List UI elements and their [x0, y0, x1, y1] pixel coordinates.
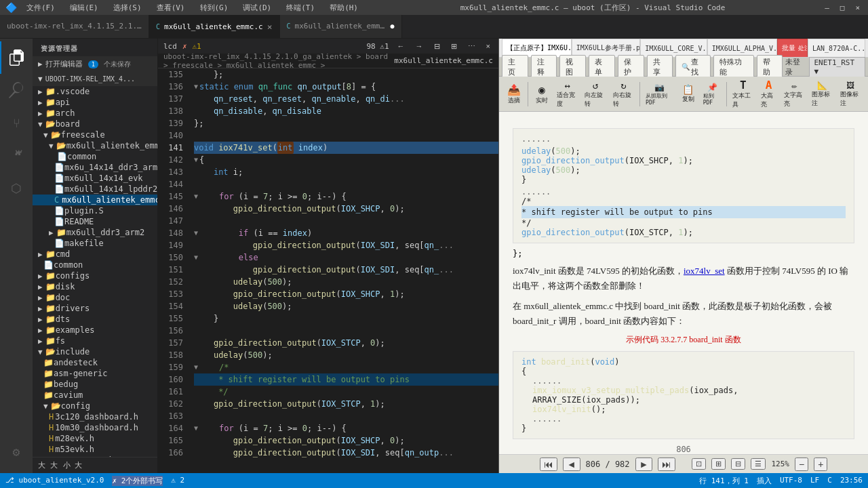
small-font-label[interactable]: 小 大 — [63, 460, 83, 470]
git-activity-icon[interactable]: ⑂ — [0, 106, 33, 139]
tree-disk[interactable]: ▶ 📁 disk — [33, 281, 157, 292]
status-branch[interactable]: ⎇ uboot_alientek_v2.0 — [5, 476, 104, 486]
tree-drivers[interactable]: ▶ 📁 drivers — [33, 303, 157, 314]
prev-button[interactable]: ← — [395, 42, 408, 50]
status-language[interactable]: C — [827, 476, 832, 486]
tree-dts[interactable]: ▶ 📁 dts — [33, 314, 157, 325]
tree-include[interactable]: ▼ 📂 include — [33, 346, 157, 357]
tab-main-file[interactable]: C mx6ull_alientek_emmc.c × — [149, 15, 280, 38]
close-editor-button[interactable]: × — [484, 42, 493, 50]
pdf-zoom-actual[interactable]: ⊞ — [711, 458, 726, 470]
pdf-next-page-btn[interactable]: ► — [635, 458, 653, 471]
tree-andesteck[interactable]: 📁 andesteck — [33, 357, 157, 368]
collapse-148[interactable]: ▼ — [194, 227, 198, 239]
tree-common[interactable]: 📄 common — [33, 151, 157, 162]
pdf-menu-table[interactable]: 表单 — [589, 55, 615, 79]
pdf-last-page-btn[interactable]: ⏭ — [658, 458, 675, 471]
debug-activity-icon[interactable] — [0, 139, 33, 171]
status-insert[interactable]: 插入 — [757, 476, 772, 486]
collapse-159[interactable]: ▼ — [194, 361, 198, 373]
next-button[interactable]: → — [413, 42, 426, 50]
project-section[interactable]: ▼ UBOOT-IMX-REL_IMX_4... — [33, 72, 157, 86]
tree-mx6ull-emmc[interactable]: ▼ 📂 mx6ull_alientek_emmc — [33, 140, 157, 151]
status-eol[interactable]: LF — [810, 476, 819, 486]
tree-board[interactable]: ▼ 📂 board — [33, 119, 157, 129]
tree-doc[interactable]: ▶ 📁 doc — [33, 292, 157, 303]
pdf-menu-share[interactable]: 共享 — [647, 55, 673, 79]
tree-3c120[interactable]: H 3c120_dashboard.h — [33, 411, 157, 422]
pdf-link-iox74lv-set[interactable]: iox74lv_set — [684, 266, 725, 276]
tab-close-icon[interactable]: × — [267, 22, 273, 32]
open-editors-section[interactable]: ▶ 打开编辑器 1 个未保存 — [33, 56, 157, 72]
pdf-content[interactable]: ...... udelay(500); gpio_direction_outpu… — [499, 112, 868, 454]
pdf-btn-highlight-big[interactable]: A 大高亮 — [758, 77, 780, 110]
minimize-button[interactable]: — — [822, 3, 832, 12]
pdf-zoom-out-btn[interactable]: − — [795, 458, 808, 471]
pdf-prev-page-btn[interactable]: ◄ — [563, 458, 580, 471]
tree-ddr3-arm2[interactable]: ▶ 📁 mx6ull_ddr3_arm2 — [33, 227, 157, 238]
tree-main-c[interactable]: C mx6ull_alientek_emmc.c — [33, 195, 157, 205]
status-encoding[interactable]: UTF-8 — [780, 476, 802, 486]
pdf-menu-protect[interactable]: 保护 — [618, 55, 644, 79]
tree-bedug[interactable]: 📁 bedug — [33, 379, 157, 390]
tree-10m30[interactable]: H 10m30_dashboard.h — [33, 422, 157, 433]
close-button[interactable]: × — [852, 3, 863, 12]
tree-m53evk[interactable]: H m53evk.h — [33, 444, 157, 455]
tree-freescale[interactable]: ▼ 📂 freescale — [33, 129, 157, 140]
pdf-first-page-btn[interactable]: ⏮ — [540, 458, 557, 471]
pdf-btn-fit-width[interactable]: ↔ 适合宽度 — [554, 79, 580, 110]
pdf-zoom-fit[interactable]: ⊡ — [692, 458, 706, 470]
extensions-activity-icon[interactable]: ⬡ — [0, 171, 33, 204]
menu-terminal[interactable]: 终端(T) — [281, 1, 320, 14]
pdf-btn-image[interactable]: 🖼 图像标注 — [837, 79, 864, 109]
tree-cmd[interactable]: ▶ 📁 cmd — [33, 249, 157, 260]
pdf-btn-text[interactable]: T 文本工具 — [730, 77, 756, 110]
pdf-btn-rotate-left[interactable]: ↺ 向左旋转 — [582, 79, 608, 110]
code-lines[interactable]: }; ▼ static enum qn_func qn_output[8] = … — [189, 68, 498, 473]
code-editor[interactable]: 135 136 137 138 139 140 141 142 143 144 … — [158, 68, 498, 473]
pdf-menu-view[interactable]: 视图 — [559, 55, 586, 79]
menu-select[interactable]: 选择(S) — [108, 1, 147, 14]
menu-file[interactable]: 文件(F) — [21, 1, 60, 14]
pdf-btn-figure[interactable]: 📐 图形标注 — [809, 79, 835, 109]
tab-file2[interactable]: C mx6ull_alientek_emmc.c ● — [280, 15, 402, 38]
tab-uboot[interactable]: uboot-imx-rel_imx_4.1.15_2.1.0_ga_alient… — [0, 15, 149, 38]
search-activity-icon[interactable] — [0, 74, 33, 106]
pdf-zoom-in-btn[interactable]: + — [814, 458, 827, 471]
pdf-menu-main[interactable]: 主页 — [502, 55, 528, 79]
pdf-view-mode-btn[interactable]: ☰ — [751, 458, 766, 470]
menu-edit[interactable]: 编辑(E) — [64, 1, 104, 14]
explorer-icon[interactable] — [0, 41, 33, 74]
expand-button[interactable]: ⊞ — [448, 42, 460, 51]
tree-arch[interactable]: ▶ 📁 arch — [33, 108, 157, 119]
tree-configs[interactable]: ▶ 📁 configs — [33, 270, 157, 281]
pdf-btn-copy[interactable]: 📋 复制 — [677, 83, 699, 105]
maximize-button[interactable]: □ — [837, 3, 848, 12]
pdf-btn-select[interactable]: 📤 选摘 — [503, 82, 525, 106]
collapse-150[interactable]: ▼ — [194, 251, 198, 264]
status-warnings[interactable]: ⚠ 2 — [171, 476, 184, 486]
menu-help[interactable]: 帮助(H) — [324, 1, 363, 14]
large-font-label[interactable]: 大 大 — [38, 460, 58, 470]
tree-examples[interactable]: ▶ 📁 examples — [33, 325, 157, 336]
tree-plugins[interactable]: 📄 plugin.S — [33, 205, 157, 216]
tree-fs[interactable]: ▶ 📁 fs — [33, 336, 157, 346]
pdf-menu-annotate[interactable]: 注释 — [531, 55, 557, 79]
tree-api[interactable]: ▶ 📁 api — [33, 97, 157, 108]
pdf-btn-extract[interactable]: 📷 从抓取到PDF — [643, 81, 676, 107]
tree-asm-generic[interactable]: 📁 asm-generic — [33, 368, 157, 379]
tree-cmd-common[interactable]: 📄 common — [33, 260, 157, 270]
tree-evk[interactable]: 📄 mx6ull_14x14_evk — [33, 173, 157, 184]
settings-activity-icon[interactable]: ⚙ — [0, 435, 33, 468]
pdf-menu-search[interactable]: 🔍查找 — [675, 55, 711, 79]
collapse-142[interactable]: ▼ — [194, 154, 198, 166]
collapse-136[interactable]: ▼ — [194, 81, 198, 93]
more-button[interactable]: ⋯ — [465, 42, 478, 51]
pdf-btn-rotate-right[interactable]: ↻ 向右旋转 — [610, 79, 637, 110]
pdf-tab-6[interactable]: LAN_8720A-C... × — [808, 39, 865, 58]
tree-readme[interactable]: 📄 README — [33, 216, 157, 227]
menu-goto[interactable]: 转到(G) — [195, 1, 234, 14]
pdf-menu-help[interactable]: 帮助 — [757, 55, 783, 79]
pdf-btn-highlight-text[interactable]: ✏ 文字高亮 — [781, 79, 808, 110]
tree-ddr3[interactable]: 📄 mx6u_14x14_ddr3_arm2 — [33, 162, 157, 173]
